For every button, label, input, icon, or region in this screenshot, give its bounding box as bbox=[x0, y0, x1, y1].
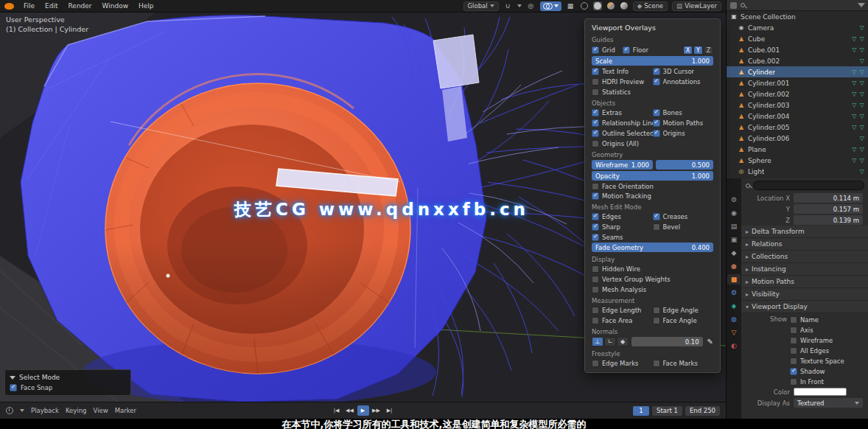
frame-start-field[interactable]: Start 1 bbox=[652, 406, 682, 416]
overlay-checkbox[interactable]: Motion Paths bbox=[653, 118, 714, 128]
current-frame-field[interactable]: 1 bbox=[633, 406, 649, 416]
operator-checkbox[interactable] bbox=[10, 384, 17, 391]
outliner-row[interactable]: ▲ Cylinder.005 ▽ ▽ bbox=[727, 122, 868, 133]
viewport-display-section-header[interactable]: Viewport Display bbox=[741, 301, 868, 313]
properties-section-header[interactable]: Motion Paths bbox=[741, 276, 868, 288]
overlay-checkbox[interactable]: Origins (All) bbox=[592, 139, 653, 148]
visibility-toggles[interactable]: ▽ ▽ bbox=[852, 113, 865, 119]
overlay-checkbox[interactable]: Statistics bbox=[592, 87, 653, 97]
outliner-row[interactable]: ▲ Cylinder.001 ▽ ▽ bbox=[727, 77, 868, 88]
properties-tab[interactable]: ◆ bbox=[727, 248, 741, 258]
frame-end-field[interactable]: End 250 bbox=[685, 406, 720, 416]
normals-size-field[interactable]: 0.10 bbox=[631, 337, 703, 346]
properties-tab[interactable]: ▽ bbox=[727, 327, 741, 338]
visibility-toggles[interactable]: ▽ ▽ bbox=[852, 69, 865, 75]
overlay-checkbox[interactable]: Face Angle bbox=[653, 315, 714, 325]
blender-logo-icon[interactable] bbox=[4, 3, 14, 10]
wireframe-threshold-slider[interactable]: 0.500 bbox=[656, 160, 713, 170]
scale-slider[interactable]: Scale1.000 bbox=[592, 56, 713, 66]
visibility-toggles[interactable]: ▽ ▽ bbox=[852, 46, 865, 53]
overlay-checkbox[interactable]: Edge Angle bbox=[653, 305, 714, 315]
properties-search-input[interactable] bbox=[753, 181, 864, 190]
visibility-toggles[interactable]: ▽ ▽ bbox=[852, 102, 865, 108]
outliner-row[interactable]: ▲ Cube ▽ ▽ bbox=[727, 33, 868, 44]
properties-tab[interactable]: ■ bbox=[727, 274, 741, 285]
object-color-swatch[interactable] bbox=[794, 388, 847, 396]
jump-to-start-button[interactable]: |◀ bbox=[331, 405, 343, 416]
properties-section-header[interactable]: Visibility bbox=[741, 288, 868, 301]
properties-tab[interactable]: ◈ bbox=[727, 301, 741, 311]
overlay-checkbox[interactable]: Relationship Lines bbox=[592, 118, 653, 128]
overlay-checkbox[interactable]: Creases bbox=[653, 212, 714, 221]
properties-section-header[interactable]: Relations bbox=[741, 238, 868, 251]
timeline-menu[interactable]: View bbox=[94, 407, 108, 414]
properties-tab[interactable]: ◍ bbox=[727, 314, 741, 324]
outliner-row[interactable]: ◎ Light ▽ bbox=[727, 166, 868, 177]
properties-tab[interactable]: ▤ bbox=[727, 221, 741, 231]
overlay-checkbox[interactable]: Seams bbox=[592, 232, 653, 242]
xray-toggle-icon[interactable]: ▦ bbox=[566, 2, 575, 10]
properties-tab[interactable]: ▣ bbox=[727, 234, 741, 245]
properties-section-header[interactable]: Collections bbox=[741, 251, 868, 263]
properties-section-header[interactable]: Delta Transform bbox=[741, 226, 868, 238]
timeline-menu[interactable]: Playback bbox=[31, 407, 59, 414]
outliner-row[interactable]: ▲ Cylinder ▽ ▽ bbox=[727, 66, 868, 77]
visibility-toggles[interactable]: ▽ bbox=[860, 168, 865, 175]
overlay-checkbox[interactable]: Vertex Group Weights bbox=[592, 274, 713, 284]
timeline-menu[interactable]: Marker bbox=[115, 407, 136, 414]
visibility-toggles[interactable]: ▽ bbox=[860, 24, 865, 31]
outliner-row[interactable]: ▲ Plane ▽ ▽ bbox=[727, 144, 868, 155]
transform-orientation-dropdown[interactable]: Global bbox=[463, 1, 499, 11]
properties-tab[interactable]: ⚙ bbox=[727, 195, 741, 205]
pivot-point-icon[interactable]: ◎ bbox=[526, 2, 536, 10]
location-field[interactable]: 0.114 m bbox=[794, 193, 863, 203]
normals-toggle-button[interactable]: ⊥ bbox=[592, 337, 603, 346]
overlay-checkbox[interactable]: Mesh Analysis bbox=[592, 285, 713, 294]
snap-magnet-icon[interactable]: ∪ bbox=[503, 2, 513, 10]
overlay-checkbox[interactable]: Bones bbox=[653, 108, 714, 117]
topbar-menu[interactable]: Edit bbox=[40, 0, 63, 12]
shading-material-button[interactable] bbox=[606, 1, 615, 10]
normals-toggle-button[interactable]: ◆ bbox=[617, 337, 629, 346]
outliner-row[interactable]: ▲ Cylinder.002 ▽ ▽ bbox=[727, 88, 868, 100]
view-layer-dropdown[interactable]: ▤ViewLayer bbox=[672, 1, 721, 11]
search-icon[interactable] bbox=[741, 3, 745, 7]
overlay-checkbox[interactable]: Annotations bbox=[653, 77, 714, 86]
visibility-toggles[interactable]: ▽ ▽ bbox=[852, 35, 865, 42]
location-field[interactable]: 0.139 m bbox=[794, 215, 863, 225]
visibility-toggles[interactable]: ▽ ▽ bbox=[852, 91, 865, 97]
topbar-menu[interactable]: Window bbox=[97, 0, 134, 12]
overlay-checkbox[interactable]: Face Orientation bbox=[592, 181, 713, 191]
visibility-toggles[interactable]: ▽ ▽ bbox=[852, 157, 865, 164]
operator-panel[interactable]: Select Mode Face Snap bbox=[4, 369, 131, 396]
disclosure-triangle-icon[interactable] bbox=[10, 376, 15, 380]
overlay-checkbox[interactable]: Face Marks bbox=[653, 358, 714, 368]
overlay-checkbox[interactable]: Edge Length bbox=[592, 305, 653, 315]
overlay-checkbox[interactable]: Bevel bbox=[653, 222, 714, 231]
properties-section-header[interactable]: Instancing bbox=[741, 263, 868, 276]
overlay-checkbox[interactable]: Edges bbox=[592, 212, 653, 221]
normals-toggle-button[interactable]: ∟ bbox=[604, 337, 616, 346]
timeline-editor-icon[interactable] bbox=[6, 407, 13, 414]
overlay-checkbox[interactable]: Outline Selected bbox=[592, 128, 653, 138]
overlay-checkbox[interactable]: Motion Tracking bbox=[592, 191, 713, 200]
display-option-checkbox[interactable]: Texture Space bbox=[790, 356, 868, 366]
chevron-down-icon[interactable] bbox=[20, 409, 24, 412]
properties-tab[interactable]: ◐ bbox=[727, 341, 741, 351]
outliner-row[interactable]: ▣ Scene Collection bbox=[727, 11, 868, 22]
fade-geometry-slider[interactable]: Fade Geometry0.400 bbox=[592, 243, 713, 252]
topbar-menu[interactable]: Help bbox=[133, 0, 159, 12]
visibility-toggles[interactable]: ▽ ▽ bbox=[852, 80, 865, 86]
timeline-menu[interactable]: Keying bbox=[66, 407, 87, 414]
outliner-row[interactable]: ◉ Camera ▽ bbox=[727, 22, 868, 33]
topbar-menu[interactable]: File bbox=[18, 0, 40, 12]
properties-tab[interactable]: ◉ bbox=[727, 208, 741, 218]
topbar-menu[interactable]: Render bbox=[63, 0, 97, 12]
outliner-row[interactable]: ▲ Cylinder.006 ▽ bbox=[727, 133, 868, 144]
visibility-toggles[interactable]: ▽ bbox=[860, 57, 865, 64]
overlay-checkbox[interactable]: HDRI Preview bbox=[592, 77, 653, 86]
shading-rendered-button[interactable] bbox=[620, 1, 629, 10]
play-button[interactable]: ▶ bbox=[357, 405, 369, 416]
outliner-row[interactable]: ▲ Cylinder.004 ▽ ▽ bbox=[727, 111, 868, 122]
next-keyframe-button[interactable]: ▶▶ bbox=[371, 405, 382, 416]
